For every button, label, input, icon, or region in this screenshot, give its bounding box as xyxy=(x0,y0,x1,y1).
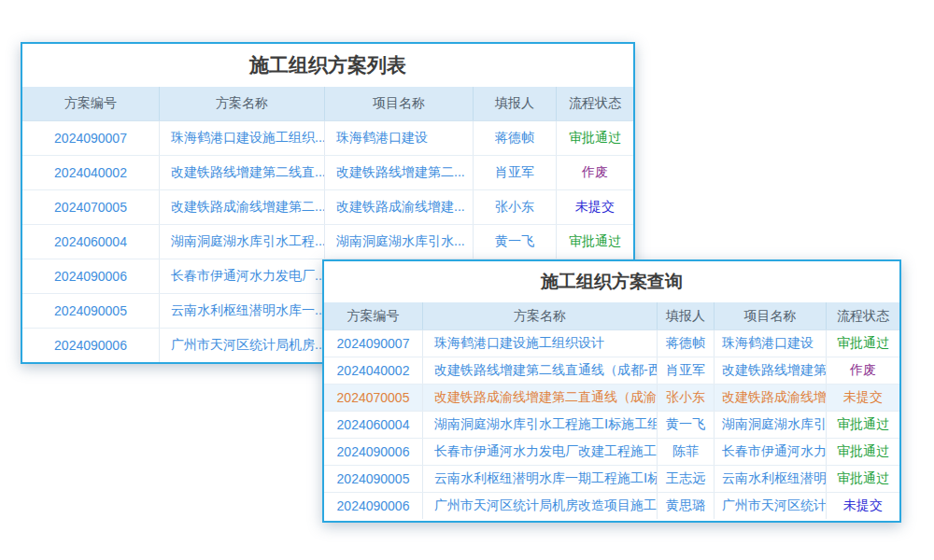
table-row[interactable]: 2024070005改建铁路成渝线增建第二...改建铁路成渝线增建...张小东未… xyxy=(22,189,633,224)
column-header-project-name: 项目名称 xyxy=(325,87,474,120)
cell-person: 王志远 xyxy=(658,466,715,492)
table-row[interactable]: 2024090007珠海鹤港口建设施工组织设计蒋德帧珠海鹤港口建设审批通过 xyxy=(324,329,899,357)
cell-person: 黄一飞 xyxy=(474,225,557,259)
cell-id: 2024060004 xyxy=(324,412,423,438)
cell-id: 2024090007 xyxy=(324,330,423,357)
cell-name: 改建铁路成渝线增建第二... xyxy=(160,190,325,224)
cell-project: 改建铁路线增建第二... xyxy=(325,156,474,189)
plan-query-body: 2024090007珠海鹤港口建设施工组织设计蒋德帧珠海鹤港口建设审批通过202… xyxy=(324,329,899,519)
column-header-plan-id: 方案编号 xyxy=(324,302,423,329)
table-row[interactable]: 2024090006长春市伊通河水力发电厂改建工程施工组织陈菲长春市伊通河水力发… xyxy=(324,438,899,465)
cell-name: 长春市伊通河水力发电厂改建工程施工组织 xyxy=(423,439,658,465)
cell-status: 审批通过 xyxy=(557,121,633,155)
cell-id: 2024090006 xyxy=(22,259,160,293)
table-row[interactable]: 2024040002改建铁路线增建第二线直...改建铁路线增建第二...肖亚军作… xyxy=(22,155,633,189)
cell-id: 2024040002 xyxy=(22,156,160,189)
cell-person: 陈菲 xyxy=(658,439,715,465)
cell-project: 改建铁路线增建第二线 xyxy=(715,357,827,384)
cell-name: 云南水利枢纽潜明水库一... xyxy=(160,294,325,328)
cell-status: 未提交 xyxy=(827,493,899,519)
cell-id: 2024090006 xyxy=(324,493,423,519)
cell-status: 未提交 xyxy=(827,385,899,411)
table-row[interactable]: 2024070005改建铁路成渝线增建第二直通线（成渝枢纽张小东改建铁路成渝线增… xyxy=(324,384,899,411)
cell-project: 改建铁路成渝线增建... xyxy=(325,190,474,224)
cell-person: 黄一飞 xyxy=(658,412,715,438)
table-row[interactable]: 2024090007珠海鹤港口建设施工组织...珠海鹤港口建设蒋德帧审批通过 xyxy=(22,120,633,155)
cell-status: 审批通过 xyxy=(557,225,633,259)
column-header-plan-name: 方案名称 xyxy=(423,302,658,329)
cell-status: 作废 xyxy=(827,357,899,384)
cell-name: 湖南洞庭湖水库引水工程施工Ⅰ标施工组织 xyxy=(423,412,658,438)
column-header-status: 流程状态 xyxy=(557,87,633,120)
cell-name: 珠海鹤港口建设施工组织... xyxy=(160,121,325,155)
cell-project: 湖南洞庭湖水库引水工 xyxy=(715,412,827,438)
cell-project: 珠海鹤港口建设 xyxy=(715,330,827,357)
cell-id: 2024090006 xyxy=(22,329,160,362)
cell-name: 广州市天河区统计局机房改造项目施工组织 xyxy=(423,493,658,519)
cell-person: 黄思璐 xyxy=(658,493,715,519)
cell-person: 蒋德帧 xyxy=(658,330,715,357)
column-header-status: 流程状态 xyxy=(827,302,899,329)
table-row[interactable]: 2024060004湖南洞庭湖水库引水工程施工Ⅰ标施工组织黄一飞湖南洞庭湖水库引… xyxy=(324,411,899,438)
cell-project: 珠海鹤港口建设 xyxy=(325,121,474,155)
plan-query-header-row: 方案编号 方案名称 填报人 项目名称 流程状态 xyxy=(324,302,899,329)
cell-name: 改建铁路线增建第二线直通线（成都-西安 xyxy=(423,357,658,384)
cell-person: 肖亚军 xyxy=(474,156,557,189)
plan-list-title: 施工组织方案列表 xyxy=(22,44,633,87)
table-row[interactable]: 2024090006广州市天河区统计局机房改造项目施工组织黄思璐广州市天河区统计… xyxy=(324,492,899,519)
cell-status: 作废 xyxy=(557,156,633,189)
cell-person: 肖亚军 xyxy=(658,357,715,384)
cell-status: 审批通过 xyxy=(827,412,899,438)
cell-name: 广州市天河区统计局机房... xyxy=(160,329,325,362)
column-header-reporter: 填报人 xyxy=(658,302,715,329)
cell-id: 2024090006 xyxy=(324,439,423,465)
column-header-reporter: 填报人 xyxy=(474,87,557,120)
cell-person: 张小东 xyxy=(658,385,715,411)
cell-name: 湖南洞庭湖水库引水工程... xyxy=(160,225,325,259)
cell-id: 2024090005 xyxy=(22,294,160,328)
column-header-plan-id: 方案编号 xyxy=(22,87,160,120)
plan-query-title: 施工组织方案查询 xyxy=(324,261,899,302)
column-header-project-name: 项目名称 xyxy=(715,302,827,329)
cell-id: 2024040002 xyxy=(324,357,423,384)
cell-person: 蒋德帧 xyxy=(474,121,557,155)
cell-project: 改建铁路成渝线增建第 xyxy=(715,385,827,411)
cell-name: 长春市伊通河水力发电厂... xyxy=(160,259,325,293)
cell-name: 云南水利枢纽潜明水库一期工程施工Ⅰ标施工 xyxy=(423,466,658,492)
cell-project: 湖南洞庭湖水库引水... xyxy=(325,225,474,259)
cell-name: 改建铁路成渝线增建第二直通线（成渝枢纽 xyxy=(423,385,658,411)
cell-id: 2024090007 xyxy=(22,121,160,155)
table-row[interactable]: 2024040002改建铁路线增建第二线直通线（成都-西安肖亚军改建铁路线增建第… xyxy=(324,357,899,384)
cell-name: 改建铁路线增建第二线直... xyxy=(160,156,325,189)
cell-status: 审批通过 xyxy=(827,439,899,465)
cell-person: 张小东 xyxy=(474,190,557,224)
cell-id: 2024070005 xyxy=(324,385,423,411)
cell-id: 2024090005 xyxy=(324,466,423,492)
cell-id: 2024060004 xyxy=(22,225,160,259)
cell-id: 2024070005 xyxy=(22,190,160,224)
table-row[interactable]: 2024060004湖南洞庭湖水库引水工程...湖南洞庭湖水库引水...黄一飞审… xyxy=(22,224,633,259)
plan-query-card: 施工组织方案查询 方案编号 方案名称 填报人 项目名称 流程状态 2024090… xyxy=(322,259,901,523)
table-row[interactable]: 2024090005云南水利枢纽潜明水库一期工程施工Ⅰ标施工王志远云南水利枢纽潜… xyxy=(324,465,899,492)
cell-project: 广州市天河区统计局机 xyxy=(715,493,827,519)
cell-project: 云南水利枢纽潜明水库 xyxy=(715,466,827,492)
cell-status: 未提交 xyxy=(557,190,633,224)
cell-name: 珠海鹤港口建设施工组织设计 xyxy=(423,330,658,357)
cell-status: 审批通过 xyxy=(827,466,899,492)
plan-list-header-row: 方案编号 方案名称 项目名称 填报人 流程状态 xyxy=(22,87,633,120)
cell-status: 审批通过 xyxy=(827,330,899,357)
column-header-plan-name: 方案名称 xyxy=(160,87,325,120)
cell-project: 长春市伊通河水力发电 xyxy=(715,439,827,465)
